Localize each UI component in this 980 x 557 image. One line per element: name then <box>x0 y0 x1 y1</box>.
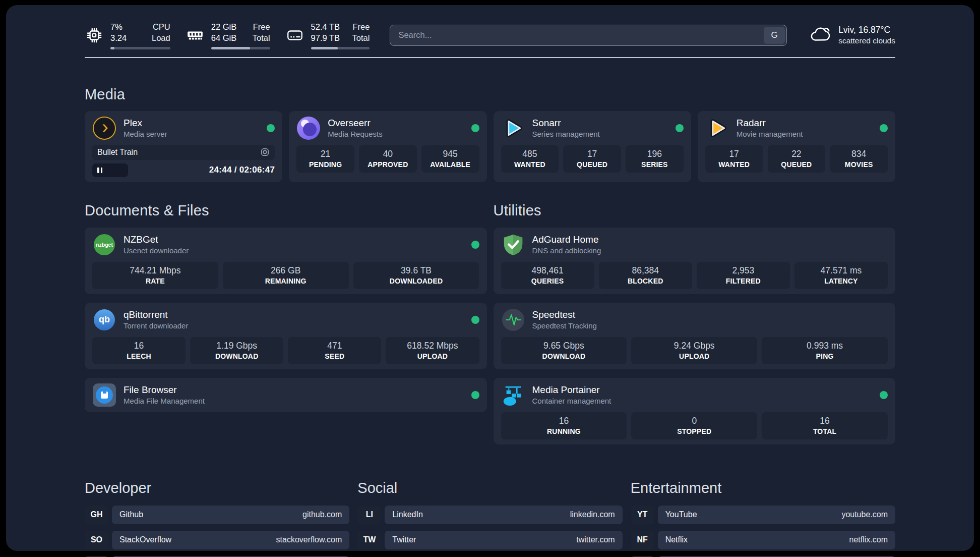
bookmark-youtube[interactable]: YT YouTube youtube.com <box>631 506 895 524</box>
stat-value: 22 <box>770 149 824 159</box>
stat-tile: 40 APPROVED <box>359 145 417 173</box>
bookmark-twitter[interactable]: TW Twitter twitter.com <box>357 531 622 549</box>
ram-progress-bar <box>211 47 270 49</box>
media-grid: Plex Media server Bullet Train 24:44 / 0… <box>85 111 895 182</box>
status-dot <box>471 391 479 399</box>
stat-value: 16 <box>94 341 183 351</box>
bookmark-name: Github <box>119 510 143 519</box>
stat-value: 945 <box>423 149 477 159</box>
app-title: NZBGet <box>124 234 189 245</box>
app-title: Overseerr <box>328 118 382 129</box>
disk-stat: 52.4 TB 97.9 TB Free Total <box>285 21 370 49</box>
cpu-label-bottom: Load <box>152 32 170 43</box>
app-card-overseerr[interactable]: Overseerr Media Requests 21 PENDING 40 A… <box>289 111 486 182</box>
section-title-utilities: Utilities <box>494 202 896 219</box>
bookmark-name: LinkedIn <box>392 510 423 519</box>
bookmark-abbr: NF <box>631 531 654 549</box>
stat-value: 86,384 <box>601 265 690 276</box>
app-card-adguard[interactable]: AdGuard Home DNS and adblocking 498,461 … <box>494 228 896 294</box>
stat-value: 471 <box>290 341 379 351</box>
app-card-plex[interactable]: Plex Media server Bullet Train 24:44 / 0… <box>85 111 282 182</box>
adguard-icon <box>501 233 525 257</box>
app-card-nzbget[interactable]: nzbget NZBGet Usenet downloader 744.21 M… <box>85 228 487 294</box>
app-card-qbittorrent[interactable]: qb qBittorrent Torrent downloader 16 LEE… <box>85 303 487 369</box>
nzbget-icon: nzbget <box>92 233 116 257</box>
sonarr-icon <box>501 116 525 140</box>
bookmark-group-entertainment: Entertainment YT YouTube youtube.com NF … <box>631 480 895 557</box>
bookmark-stackoverflow[interactable]: SO StackOverflow stackoverflow.com <box>85 531 349 549</box>
stat-label: WANTED <box>503 160 557 169</box>
bookmark-linkedin[interactable]: LI LinkedIn linkedin.com <box>357 506 622 524</box>
ram-label-bottom: Total <box>253 32 270 43</box>
stat-label: PING <box>764 352 886 360</box>
app-card-speedtest[interactable]: Speedtest Speedtest Tracking 9.65 Gbps D… <box>494 303 896 369</box>
ram-stat: 22 GiB 64 GiB Free Total <box>186 21 270 49</box>
bookmark-name: YouTube <box>665 510 697 519</box>
weather-condition: scattered clouds <box>838 36 895 46</box>
utilities-column: Utilities AdGuard Home DNS and adblockin… <box>494 182 896 444</box>
stat-tile: 2,953 FILTERED <box>697 262 790 289</box>
stat-value: 498,461 <box>503 265 592 276</box>
plex-icon <box>92 116 116 140</box>
stat-value: 485 <box>503 149 557 159</box>
stat-tile: 16 RUNNING <box>501 412 627 439</box>
bookmark-group-social: Social LI LinkedIn linkedin.com TW Twitt… <box>357 480 622 557</box>
ram-icon <box>186 26 205 44</box>
app-subtitle: DNS and adblocking <box>532 246 601 255</box>
stat-label: UPLOAD <box>388 352 477 360</box>
search-input[interactable] <box>390 30 764 40</box>
section-title-social: Social <box>357 480 622 496</box>
search-bar: G <box>390 25 787 46</box>
app-card-radarr[interactable]: Radarr Movie management 17 WANTED 22 QUE… <box>698 111 895 182</box>
system-stats: 7% 3.24 CPU Load <box>85 21 370 49</box>
disk-value-total: 97.9 TB <box>311 32 341 43</box>
app-subtitle: Media server <box>124 130 167 138</box>
stat-value: 618.52 Mbps <box>388 341 477 351</box>
stat-label: DOWNLOAD <box>192 352 281 360</box>
stat-label: APPROVED <box>361 160 415 169</box>
cpu-icon <box>85 26 104 44</box>
stat-tile: 485 WANTED <box>501 145 559 173</box>
stat-value: 266 GB <box>225 265 347 276</box>
filebrowser-icon <box>92 383 116 407</box>
bookmark-github[interactable]: GH Github github.com <box>85 506 349 524</box>
stat-tile: 1.19 Gbps DOWNLOAD <box>190 337 283 364</box>
bookmark-netflix[interactable]: NF Netflix netflix.com <box>631 531 895 549</box>
stat-value: 0.993 ms <box>764 341 886 351</box>
stat-tile: 196 SERIES <box>626 145 684 173</box>
app-card-sonarr[interactable]: Sonarr Series management 485 WANTED 17 Q… <box>494 111 691 182</box>
app-card-portainer[interactable]: Media Portainer Container management 16 … <box>494 378 896 444</box>
status-dot <box>471 316 479 324</box>
stat-tile: 22 QUEUED <box>768 145 826 173</box>
app-card-filebrowser[interactable]: File Browser Media File Management <box>85 378 487 412</box>
portainer-icon <box>501 383 525 407</box>
stat-value: 40 <box>361 149 415 159</box>
stat-label: WANTED <box>707 160 761 169</box>
disk-label-bottom: Total <box>352 32 370 43</box>
camera-icon <box>260 147 270 157</box>
bookmark-url: twitter.com <box>576 535 615 544</box>
qbittorrent-icon: qb <box>92 308 116 332</box>
app-title: Media Portainer <box>532 384 611 396</box>
bookmark-url: netflix.com <box>849 535 888 544</box>
stat-tile: 618.52 Mbps UPLOAD <box>386 337 479 364</box>
dashboard-panel: 7% 3.24 CPU Load <box>6 5 974 551</box>
disk-progress-bar <box>311 47 370 49</box>
speedtest-icon <box>501 308 525 332</box>
disk-value-free: 52.4 TB <box>311 21 341 32</box>
ram-label-top: Free <box>253 21 270 32</box>
stat-label: AVAILABLE <box>423 160 477 169</box>
stat-value: 16 <box>764 416 886 426</box>
stat-label: FILTERED <box>699 277 788 285</box>
playback-progress-fill <box>92 163 128 177</box>
cloud-icon <box>809 25 831 46</box>
stat-label: DOWNLOAD <box>503 352 625 360</box>
stat-value: 834 <box>832 149 886 159</box>
search-engine-button[interactable]: G <box>764 27 785 44</box>
stat-label: BLOCKED <box>601 277 690 285</box>
app-title: Plex <box>124 118 167 129</box>
stat-tile: 9.24 Gbps UPLOAD <box>631 337 757 364</box>
section-title-media: Media <box>85 86 895 103</box>
stat-value: 39.6 TB <box>355 265 477 276</box>
app-subtitle: Media Requests <box>328 130 382 138</box>
